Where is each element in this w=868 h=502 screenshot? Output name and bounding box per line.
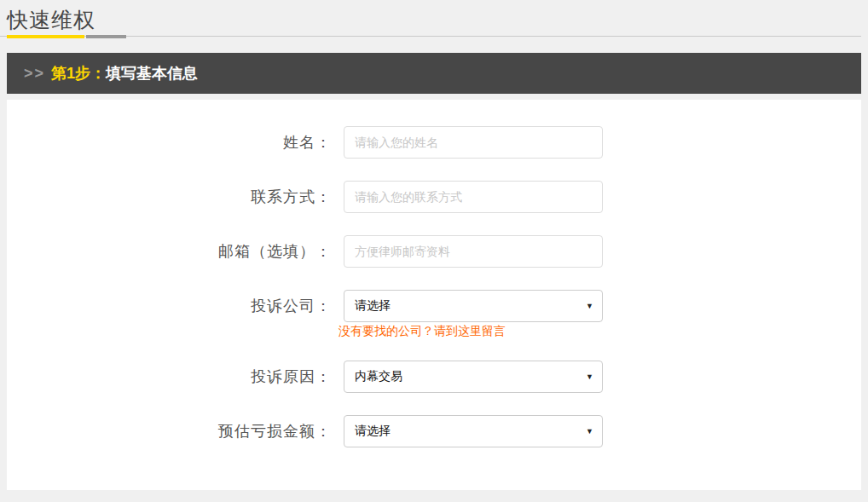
contact-label: 联系方式： xyxy=(7,181,344,213)
chevron-down-icon: ▼ xyxy=(586,428,593,436)
reason-select[interactable]: 内幕交易 ▼ xyxy=(344,361,603,393)
title-underline xyxy=(0,35,868,40)
form-row-loss: 预估亏损金额： 请选择 ▼ xyxy=(7,415,861,447)
name-input[interactable] xyxy=(344,126,603,159)
name-label: 姓名： xyxy=(7,126,344,159)
email-label: 邮箱（选填）： xyxy=(7,235,344,268)
page-title: 快速维权 xyxy=(0,6,868,33)
loss-select-value: 请选择 xyxy=(355,424,391,439)
company-not-found-link[interactable]: 没有要找的公司？请到这里留言 xyxy=(339,324,506,338)
form-row-name: 姓名： xyxy=(7,126,861,159)
loss-select[interactable]: 请选择 ▼ xyxy=(344,415,603,447)
double-chevron-icon: >> xyxy=(24,65,45,83)
reason-label: 投诉原因： xyxy=(7,361,344,393)
step-number-label: 第1步： xyxy=(51,63,106,84)
contact-input[interactable] xyxy=(344,181,603,213)
company-select[interactable]: 请选择 ▼ xyxy=(344,290,603,322)
page-header: 快速维权 xyxy=(0,0,868,40)
title-underline-thin-line xyxy=(0,36,861,37)
form-row-company: 投诉公司： 请选择 ▼ 没有要找的公司？请到这里留言 xyxy=(7,290,861,338)
company-select-value: 请选择 xyxy=(355,298,391,314)
chevron-down-icon: ▼ xyxy=(586,303,593,310)
chevron-down-icon: ▼ xyxy=(586,373,593,381)
form-row-contact: 联系方式： xyxy=(7,181,861,213)
title-underline-gray-bar xyxy=(86,35,126,38)
email-input[interactable] xyxy=(344,235,603,268)
step-header-bar: >> 第1步： 填写基本信息 xyxy=(7,53,861,94)
form-row-reason: 投诉原因： 内幕交易 ▼ xyxy=(7,361,861,393)
title-underline-yellow-bar xyxy=(7,35,84,38)
loss-label: 预估亏损金额： xyxy=(7,415,344,447)
form-row-email: 邮箱（选填）： xyxy=(7,235,861,268)
reason-select-value: 内幕交易 xyxy=(355,369,402,384)
form-panel: 姓名： 联系方式： 邮箱（选填）： 投诉公司： 请选择 ▼ 没有要找的公司？请到… xyxy=(7,100,861,490)
step-title-label: 填写基本信息 xyxy=(106,63,198,84)
company-label: 投诉公司： xyxy=(7,290,344,322)
